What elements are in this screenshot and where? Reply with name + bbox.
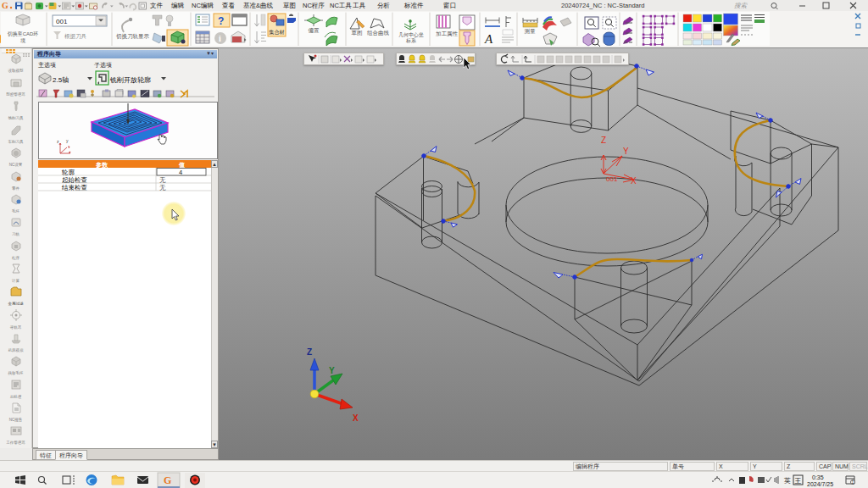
svg-text:切换刀轨显示: 切换刀轨显示	[116, 33, 150, 40]
svg-text:英: 英	[784, 477, 791, 485]
svg-text:无: 无	[159, 184, 166, 191]
svg-text:集合材: 集合材	[269, 29, 285, 36]
svg-text:X: X	[631, 176, 637, 186]
svg-text:G: G	[164, 474, 171, 486]
svg-text:铣削开放轮廓: 铣削开放轮廓	[109, 76, 151, 84]
svg-text:2024/7/25: 2024/7/25	[807, 481, 833, 487]
svg-text:轮廓: 轮廓	[61, 169, 75, 176]
svg-text:Y: Y	[329, 366, 335, 375]
svg-text:001: 001	[56, 18, 68, 25]
svg-text:组合曲线: 组合曲线	[367, 30, 390, 36]
svg-text:切换至CAD环: 切换至CAD环	[8, 30, 39, 37]
svg-text:草图: 草图	[352, 30, 363, 36]
svg-text:?: ?	[218, 15, 224, 27]
svg-text:Z: Z	[601, 136, 606, 145]
svg-text:境: 境	[20, 37, 25, 44]
svg-text:1: 1	[852, 480, 854, 485]
svg-text:X: X	[353, 413, 359, 423]
svg-text:几何中心坐: 几何中心坐	[398, 32, 424, 37]
svg-text:4: 4	[179, 169, 182, 176]
svg-text:Y: Y	[623, 147, 629, 156]
svg-text:G: G	[2, 1, 8, 10]
svg-text:i: i	[219, 34, 221, 43]
svg-text:无: 无	[159, 176, 166, 184]
svg-text:2.5轴: 2.5轴	[53, 76, 69, 84]
svg-text:根据刀具: 根据刀具	[64, 33, 87, 40]
svg-text:王: 王	[794, 477, 802, 485]
svg-text:起始检查: 起始检查	[62, 176, 87, 184]
svg-text:A: A	[484, 32, 493, 46]
svg-text:标系: 标系	[405, 37, 416, 44]
svg-text:结束检查: 结束检查	[61, 184, 87, 191]
svg-text:0:35: 0:35	[812, 474, 824, 480]
svg-text:Z: Z	[307, 347, 312, 357]
svg-text:偏置: 偏置	[309, 27, 320, 34]
svg-text:加工属性: 加工属性	[436, 30, 459, 36]
svg-text:001: 001	[606, 175, 618, 183]
svg-text:测量: 测量	[525, 28, 537, 35]
